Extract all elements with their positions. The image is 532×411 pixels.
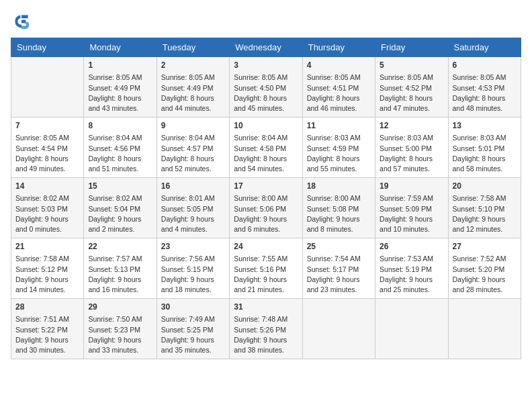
day-info-line: Daylight: 8 hours	[307, 93, 371, 103]
day-info-line: Daylight: 9 hours	[15, 275, 79, 285]
day-info-line: and 55 minutes.	[307, 164, 371, 174]
calendar-cell: 13Sunrise: 8:03 AMSunset: 5:01 PMDayligh…	[448, 118, 521, 178]
day-info-line: and 28 minutes.	[453, 285, 517, 295]
weekday-row: SundayMondayTuesdayWednesdayThursdayFrid…	[11, 38, 521, 57]
day-info-line: Sunset: 5:03 PM	[15, 204, 79, 214]
day-info-line: Daylight: 9 hours	[15, 335, 79, 345]
calendar-cell: 5Sunrise: 8:05 AMSunset: 4:52 PMDaylight…	[375, 57, 448, 118]
day-info-line: Sunrise: 8:00 AM	[234, 193, 298, 203]
day-info-line: Sunset: 4:54 PM	[15, 144, 79, 154]
page-header	[11, 11, 521, 32]
day-info-line: Daylight: 9 hours	[307, 214, 371, 224]
day-number: 8	[88, 120, 152, 132]
day-info-line: Sunrise: 7:57 AM	[88, 254, 152, 264]
day-info-line: and 48 minutes.	[453, 103, 517, 113]
day-number: 27	[453, 241, 517, 253]
day-info-line: and 54 minutes.	[234, 164, 298, 174]
day-number: 19	[380, 181, 443, 192]
day-info-line: Sunset: 5:04 PM	[88, 204, 152, 214]
calendar-cell: 23Sunrise: 7:56 AMSunset: 5:15 PMDayligh…	[157, 238, 229, 299]
calendar-cell: 24Sunrise: 7:55 AMSunset: 5:16 PMDayligh…	[230, 238, 302, 299]
day-info-line: Sunrise: 7:54 AM	[307, 254, 371, 264]
calendar-cell: 2Sunrise: 8:05 AMSunset: 4:49 PMDaylight…	[157, 57, 229, 118]
day-number: 29	[88, 302, 152, 313]
day-info-line: Sunrise: 7:58 AM	[15, 254, 79, 264]
day-info-line: Sunset: 4:57 PM	[161, 144, 225, 154]
day-info-line: and 47 minutes.	[380, 103, 443, 113]
calendar-cell: 22Sunrise: 7:57 AMSunset: 5:13 PMDayligh…	[84, 238, 157, 299]
day-info-line: Sunrise: 7:48 AM	[234, 314, 298, 324]
weekday-header-thursday: Thursday	[302, 38, 375, 57]
day-number: 12	[380, 120, 443, 132]
day-info-line: Sunrise: 8:05 AM	[234, 73, 298, 83]
day-info-line: Sunset: 4:53 PM	[453, 83, 517, 93]
calendar-cell: 8Sunrise: 8:04 AMSunset: 4:56 PMDaylight…	[84, 118, 157, 178]
day-info-line: Sunrise: 8:01 AM	[161, 193, 225, 203]
calendar-cell: 9Sunrise: 8:04 AMSunset: 4:57 PMDaylight…	[157, 118, 229, 178]
day-number: 26	[380, 241, 443, 253]
calendar-cell: 21Sunrise: 7:58 AMSunset: 5:12 PMDayligh…	[11, 238, 84, 299]
day-info-line: Sunrise: 8:04 AM	[161, 133, 225, 143]
calendar-cell: 4Sunrise: 8:05 AMSunset: 4:51 PMDaylight…	[302, 57, 375, 118]
day-info-line: Sunset: 4:49 PM	[88, 83, 152, 93]
calendar-cell: 20Sunrise: 7:58 AMSunset: 5:10 PMDayligh…	[448, 178, 521, 238]
day-info-line: Sunrise: 8:05 AM	[15, 133, 79, 143]
day-info-line: Sunrise: 7:56 AM	[161, 254, 225, 264]
day-info-line: Daylight: 8 hours	[234, 154, 298, 164]
day-info-line: Sunset: 5:05 PM	[161, 204, 225, 214]
day-info-line: and 58 minutes.	[453, 164, 517, 174]
day-info-line: Sunrise: 8:03 AM	[453, 133, 517, 143]
calendar-cell: 26Sunrise: 7:53 AMSunset: 5:19 PMDayligh…	[375, 238, 448, 299]
calendar-cell	[375, 299, 448, 359]
day-info-line: Daylight: 9 hours	[161, 275, 225, 285]
day-info-line: and 45 minutes.	[234, 103, 298, 113]
day-info-line: Sunrise: 7:59 AM	[380, 193, 443, 203]
day-number: 7	[15, 120, 79, 132]
calendar-cell: 27Sunrise: 7:52 AMSunset: 5:20 PMDayligh…	[448, 238, 521, 299]
day-info-line: Sunset: 5:12 PM	[15, 265, 79, 275]
calendar-cell: 1Sunrise: 8:05 AMSunset: 4:49 PMDaylight…	[84, 57, 157, 118]
day-number: 4	[307, 60, 371, 71]
day-info-line: Sunrise: 8:05 AM	[307, 73, 371, 83]
day-info-line: and 30 minutes.	[15, 345, 79, 355]
day-info-line: Daylight: 9 hours	[453, 214, 517, 224]
day-info-line: Sunset: 5:26 PM	[234, 325, 298, 335]
day-info-line: and 18 minutes.	[161, 285, 225, 295]
day-info-line: Daylight: 9 hours	[161, 335, 225, 345]
calendar-header: SundayMondayTuesdayWednesdayThursdayFrid…	[11, 38, 521, 57]
day-info-line: Sunset: 4:50 PM	[234, 83, 298, 93]
calendar-body: 1Sunrise: 8:05 AMSunset: 4:49 PMDaylight…	[11, 57, 521, 359]
day-info-line: Sunrise: 7:52 AM	[453, 254, 517, 264]
day-info-line: and 51 minutes.	[88, 164, 152, 174]
day-number: 23	[161, 241, 225, 253]
day-info-line: Sunset: 5:17 PM	[307, 265, 371, 275]
day-info-line: Daylight: 9 hours	[380, 214, 443, 224]
day-number: 21	[15, 241, 79, 253]
day-info-line: Sunrise: 8:05 AM	[88, 73, 152, 83]
day-number: 24	[234, 241, 298, 253]
day-info-line: Daylight: 8 hours	[161, 154, 225, 164]
day-info-line: Sunset: 5:10 PM	[453, 204, 517, 214]
day-info-line: Sunset: 5:23 PM	[88, 325, 152, 335]
day-info-line: and 44 minutes.	[161, 103, 225, 113]
weekday-header-monday: Monday	[84, 38, 157, 57]
day-info-line: Sunset: 4:56 PM	[88, 144, 152, 154]
day-info-line: and 12 minutes.	[453, 224, 517, 234]
calendar-cell: 19Sunrise: 7:59 AMSunset: 5:09 PMDayligh…	[375, 178, 448, 238]
day-info-line: Sunrise: 8:03 AM	[380, 133, 443, 143]
day-info-line: Sunset: 5:16 PM	[234, 265, 298, 275]
day-info-line: Daylight: 8 hours	[453, 93, 517, 103]
day-info-line: Daylight: 9 hours	[161, 214, 225, 224]
day-info-line: Sunset: 5:19 PM	[380, 265, 443, 275]
day-info-line: Sunset: 5:20 PM	[453, 265, 517, 275]
day-info-line: Sunrise: 7:50 AM	[88, 314, 152, 324]
day-info-line: Sunrise: 8:04 AM	[88, 133, 152, 143]
day-info-line: Sunrise: 7:53 AM	[380, 254, 443, 264]
day-info-line: Sunset: 4:58 PM	[234, 144, 298, 154]
day-number: 15	[88, 181, 152, 192]
day-info-line: and 14 minutes.	[15, 285, 79, 295]
calendar-cell: 3Sunrise: 8:05 AMSunset: 4:50 PMDaylight…	[230, 57, 302, 118]
day-number: 9	[161, 120, 225, 132]
day-info-line: Sunset: 5:13 PM	[88, 265, 152, 275]
day-info-line: Sunset: 5:15 PM	[161, 265, 225, 275]
